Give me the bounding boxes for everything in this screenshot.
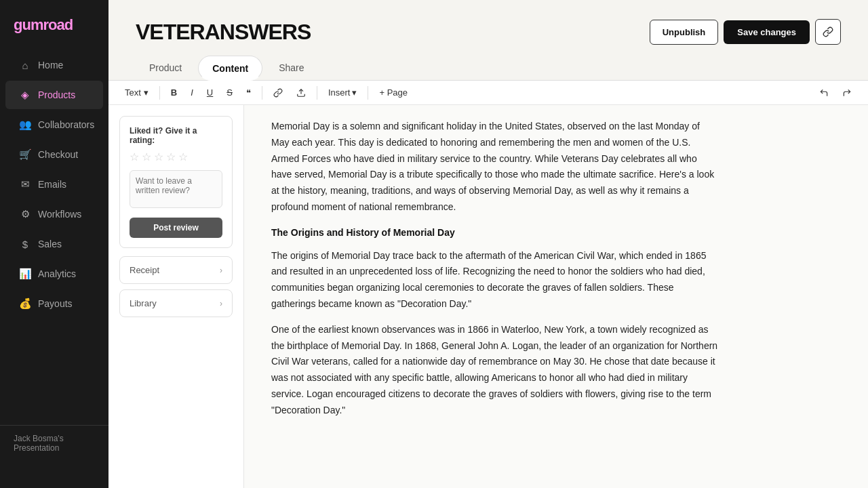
page-title: VETERANSWERS — [136, 20, 311, 45]
emails-icon: ✉ — [19, 178, 31, 190]
collaborators-icon: 👥 — [19, 119, 31, 131]
receipt-label: Receipt — [130, 265, 159, 275]
redo-button[interactable] — [837, 85, 857, 100]
sidebar-item-home[interactable]: ⌂ Home — [5, 51, 103, 79]
content-area: Memorial Day is a solemn and significant… — [244, 105, 868, 488]
sales-icon: $ — [19, 238, 31, 250]
sidebar-label-workflows: Workflows — [38, 209, 81, 220]
star-2[interactable]: ☆ — [142, 150, 151, 163]
add-page-button[interactable]: + Page — [374, 85, 413, 100]
sidebar-nav: ⌂ Home ◈ Products 👥 Collaborators 🛒 Chec… — [0, 50, 108, 425]
sidebar-label-emails: Emails — [38, 179, 66, 190]
logo: gumroad — [0, 0, 108, 50]
bold-button[interactable]: B — [165, 85, 182, 100]
sidebar-label-analytics: Analytics — [38, 268, 76, 279]
toolbar-separator-4 — [368, 86, 368, 100]
receipt-item[interactable]: Receipt › — [119, 256, 233, 284]
sidebar-label-checkout: Checkout — [38, 149, 78, 160]
star-4[interactable]: ☆ — [166, 150, 176, 163]
content-para-2: The origins of Memorial Day trace back t… — [271, 248, 719, 312]
strikethrough-button[interactable]: S — [221, 85, 238, 100]
sidebar-label-sales: Sales — [38, 239, 62, 249]
left-panel: Liked it? Give it a rating: ☆ ☆ ☆ ☆ ☆ Po… — [108, 105, 244, 488]
link-toolbar-icon — [273, 88, 283, 98]
toolbar-separator-2 — [262, 86, 262, 100]
library-chevron: › — [220, 299, 222, 308]
sidebar-item-payouts[interactable]: 💰 Payouts — [5, 289, 103, 318]
rating-card: Liked it? Give it a rating: ☆ ☆ ☆ ☆ ☆ Po… — [119, 116, 233, 248]
sidebar-label-products: Products — [38, 89, 75, 100]
editor-body: Liked it? Give it a rating: ☆ ☆ ☆ ☆ ☆ Po… — [108, 105, 868, 488]
header-top: VETERANSWERS Unpublish Save changes — [136, 19, 841, 45]
checkout-icon: 🛒 — [19, 148, 31, 161]
redo-icon — [842, 88, 852, 98]
home-icon: ⌂ — [19, 59, 31, 71]
sidebar: gumroad ⌂ Home ◈ Products 👥 Collaborator… — [0, 0, 108, 488]
text-format-dropdown[interactable]: Text ▾ — [119, 85, 154, 100]
upload-icon — [296, 88, 306, 98]
italic-button[interactable]: I — [185, 85, 199, 100]
library-item[interactable]: Library › — [119, 289, 233, 317]
sidebar-item-workflows[interactable]: ⚙ Workflows — [5, 200, 103, 228]
main-area: VETERANSWERS Unpublish Save changes Prod… — [108, 0, 868, 488]
unpublish-button[interactable]: Unpublish — [650, 20, 719, 45]
undo-icon — [819, 88, 829, 98]
content-para-1: Memorial Day is a solemn and significant… — [271, 119, 719, 216]
payouts-icon: 💰 — [19, 298, 31, 310]
text-format-label: Text ▾ — [125, 87, 149, 98]
quote-button[interactable]: ❝ — [241, 85, 256, 100]
tab-content[interactable]: Content — [198, 56, 262, 81]
tabs: Product Content Share — [136, 56, 841, 80]
footer-label: Jack Bosma's Presentation — [14, 434, 64, 453]
sidebar-label-payouts: Payouts — [38, 298, 73, 309]
workflows-icon: ⚙ — [19, 208, 31, 220]
toolbar-separator-3 — [317, 86, 317, 100]
star-3[interactable]: ☆ — [154, 150, 163, 163]
editor-toolbar: Text ▾ B I U S ❝ — [108, 81, 868, 105]
sidebar-item-products[interactable]: ◈ Products — [5, 81, 103, 109]
receipt-chevron: › — [220, 266, 222, 275]
toolbar-separator-1 — [159, 86, 160, 100]
tab-product[interactable]: Product — [136, 56, 195, 80]
link-toolbar-button[interactable] — [268, 85, 288, 100]
sidebar-item-emails[interactable]: ✉ Emails — [5, 170, 103, 199]
tab-share[interactable]: Share — [265, 56, 317, 80]
upload-button[interactable] — [291, 85, 311, 100]
content-heading-1: The Origins and History of Memorial Day — [271, 225, 719, 241]
sidebar-item-collaborators[interactable]: 👥 Collaborators — [5, 110, 103, 139]
sidebar-label-collaborators: Collaborators — [38, 119, 94, 130]
sidebar-item-checkout[interactable]: 🛒 Checkout — [5, 140, 103, 169]
underline-button[interactable]: U — [201, 85, 218, 100]
products-icon: ◈ — [19, 89, 31, 101]
post-review-button[interactable]: Post review — [130, 218, 222, 238]
analytics-icon: 📊 — [19, 268, 31, 280]
stars[interactable]: ☆ ☆ ☆ ☆ ☆ — [130, 150, 222, 163]
sidebar-footer: Jack Bosma's Presentation — [0, 425, 108, 461]
page-header: VETERANSWERS Unpublish Save changes Prod… — [108, 0, 868, 81]
library-label: Library — [130, 298, 157, 308]
star-5[interactable]: ☆ — [178, 150, 188, 163]
sidebar-label-home: Home — [38, 60, 63, 70]
save-changes-button[interactable]: Save changes — [724, 20, 810, 44]
rating-label: Liked it? Give it a rating: — [130, 126, 222, 145]
editor-wrapper: Text ▾ B I U S ❝ — [108, 81, 868, 488]
undo-button[interactable] — [814, 85, 834, 100]
content-para-3: One of the earliest known observances wa… — [271, 322, 719, 419]
sidebar-item-sales[interactable]: $ Sales — [5, 230, 103, 258]
content-text: Memorial Day is a solemn and significant… — [271, 119, 719, 419]
insert-dropdown[interactable]: Insert ▾ — [323, 85, 363, 100]
header-actions: Unpublish Save changes — [650, 19, 841, 45]
link-button[interactable] — [815, 19, 841, 45]
sidebar-item-analytics[interactable]: 📊 Analytics — [5, 260, 103, 288]
star-1[interactable]: ☆ — [130, 150, 139, 163]
review-textarea[interactable] — [130, 170, 222, 208]
link-icon — [823, 26, 833, 37]
